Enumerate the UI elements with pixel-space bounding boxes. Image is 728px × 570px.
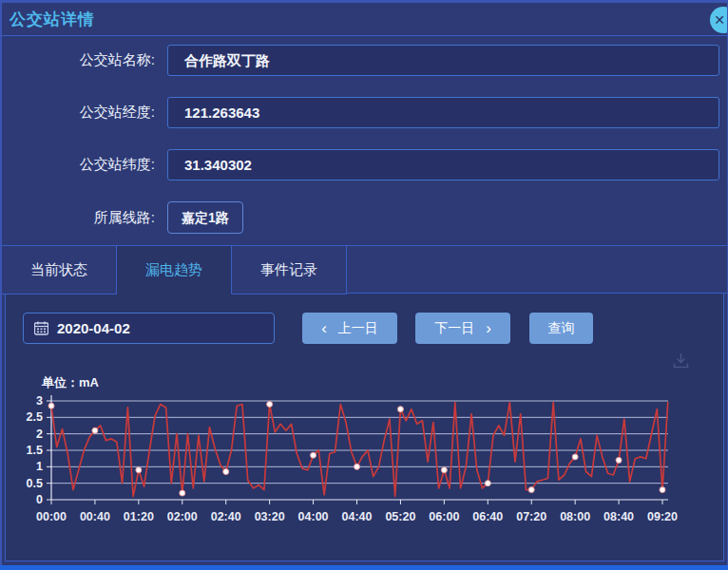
query-button[interactable]: 查询: [529, 313, 593, 344]
bus-line-tag[interactable]: 嘉定1路: [167, 201, 243, 234]
longitude-input[interactable]: 121.263643: [167, 97, 719, 128]
x-tick-label: 05:20: [385, 510, 415, 523]
download-icon[interactable]: [671, 351, 691, 371]
leakage-chart: 单位：mA 00.511.522.5300:0000:4001:2002:000…: [6, 374, 723, 542]
bus-station-detail-panel: 公交站详情 ✕ 公交站名称: 合作路双丁路 公交站经度: 121.263643 …: [0, 0, 728, 565]
chart-marker: [267, 401, 273, 407]
query-label: 查询: [548, 320, 575, 337]
page-title: 公交站详情: [2, 9, 95, 30]
chevron-right-icon: ›: [486, 320, 491, 336]
chart-marker: [180, 490, 185, 496]
latitude-input[interactable]: 31.340302: [167, 149, 719, 180]
lines-label: 所属线路:: [2, 209, 155, 227]
chart-marker: [397, 407, 403, 412]
x-tick-label: 06:00: [429, 510, 459, 523]
y-tick-label: 3: [36, 394, 43, 408]
prev-day-button[interactable]: ‹ 上一日: [302, 313, 397, 344]
station-name-input[interactable]: 合作路双丁路: [167, 45, 719, 76]
next-day-button[interactable]: 下一日 ›: [415, 313, 510, 344]
prev-day-label: 上一日: [338, 320, 378, 337]
tab-leakage-trend[interactable]: 漏电趋势: [117, 246, 232, 294]
station-name-label: 公交站名称:: [2, 51, 155, 69]
close-icon: ✕: [714, 12, 725, 28]
next-day-label: 下一日: [434, 320, 474, 337]
x-tick-label: 00:40: [80, 510, 110, 523]
chart-marker: [572, 454, 578, 460]
chevron-left-icon: ‹: [321, 320, 327, 336]
form-row-lines: 所属线路: 嘉定1路: [2, 201, 727, 234]
longitude-label: 公交站经度:: [2, 104, 155, 122]
leakage-trend-panel: 2020-04-02 ‹ 上一日 下一日 › 查询 单位：: [5, 294, 724, 561]
tab-bar: 当前状态 漏电趋势 事件记录: [2, 245, 727, 294]
y-tick-label: 0: [36, 493, 43, 506]
chart-marker: [136, 467, 142, 473]
panel-header: 公交站详情 ✕: [2, 3, 727, 36]
chart-marker: [485, 481, 490, 486]
close-button[interactable]: ✕: [710, 7, 728, 33]
tab-event-record[interactable]: 事件记录: [232, 246, 347, 294]
x-tick-label: 08:40: [603, 510, 634, 523]
chart-unit-label: 单位：mA: [42, 374, 723, 391]
form-row-latitude: 公交站纬度: 31.340302: [2, 149, 727, 180]
chart-marker: [223, 469, 229, 475]
bottom-accent-bar: [0, 565, 728, 570]
chart-marker: [354, 464, 360, 469]
y-tick-label: 2.5: [27, 410, 43, 424]
y-tick-label: 1.5: [27, 444, 43, 457]
x-tick-label: 09:20: [647, 510, 678, 523]
chart-marker: [92, 428, 98, 433]
calendar-icon: [34, 321, 48, 335]
date-toolbar: 2020-04-02 ‹ 上一日 下一日 › 查询: [6, 294, 723, 344]
date-picker-input[interactable]: 2020-04-02: [23, 313, 275, 344]
chart-marker: [528, 487, 534, 493]
x-tick-label: 07:20: [516, 510, 546, 523]
chart-marker: [311, 452, 316, 458]
x-tick-label: 04:40: [342, 510, 373, 523]
x-tick-label: 06:40: [472, 510, 503, 523]
date-value: 2020-04-02: [57, 320, 130, 336]
latitude-label: 公交站纬度:: [2, 156, 155, 174]
chart-marker: [441, 467, 447, 473]
form-row-longitude: 公交站经度: 121.263643: [2, 97, 727, 128]
y-tick-label: 0.5: [27, 477, 43, 490]
x-tick-label: 02:40: [211, 510, 241, 523]
x-tick-label: 00:00: [36, 510, 67, 523]
y-tick-label: 1: [36, 460, 43, 473]
y-tick-label: 2: [36, 428, 43, 441]
x-tick-label: 02:00: [167, 510, 198, 523]
chart-series-line: [51, 403, 668, 497]
tab-bar-filler: [347, 246, 727, 294]
x-tick-label: 03:20: [255, 510, 285, 523]
x-tick-label: 04:00: [298, 510, 329, 523]
station-form: 公交站名称: 合作路双丁路 公交站经度: 121.263643 公交站纬度: 3…: [2, 36, 727, 234]
chart-actions: [6, 344, 723, 371]
chart-marker: [660, 487, 665, 493]
chart-canvas: 00.511.522.5300:0000:4001:2002:0002:4003…: [13, 391, 718, 539]
form-row-name: 公交站名称: 合作路双丁路: [2, 45, 727, 76]
chart-marker: [48, 403, 54, 408]
tab-current-status[interactable]: 当前状态: [2, 246, 117, 294]
chart-marker: [616, 457, 622, 463]
x-tick-label: 08:00: [560, 510, 590, 523]
x-tick-label: 01:20: [124, 510, 154, 523]
